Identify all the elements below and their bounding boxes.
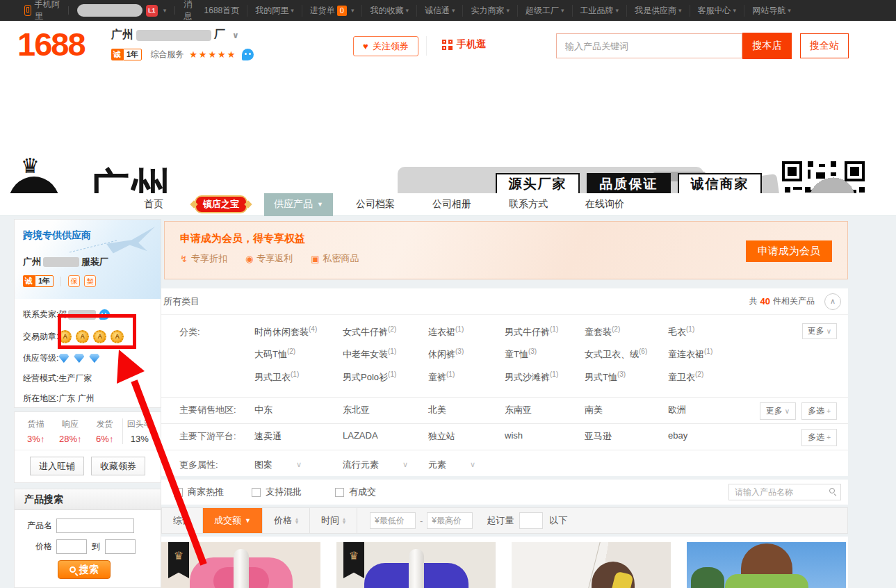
sort-comprehensive[interactable]: 综合 — [162, 508, 203, 533]
category-link[interactable]: 中老年女装(1) — [343, 348, 428, 361]
product-card[interactable] — [687, 542, 846, 588]
category-more-button[interactable]: 更多∨ — [802, 323, 837, 339]
attr-trend-dropdown[interactable]: 流行元素∨ — [343, 459, 428, 471]
check-mixed-batch[interactable]: 支持混批 — [252, 486, 302, 498]
nav-online-inquiry[interactable]: 在线询价 — [585, 198, 624, 211]
chevron-down-icon[interactable]: ▾ — [163, 7, 167, 14]
guarantee-shield-icon[interactable]: 保 — [68, 275, 80, 287]
product-card[interactable]: ♛ — [336, 542, 496, 588]
topbar-menu-chengxintong[interactable]: 诚信通 ▾ — [416, 5, 463, 17]
platform-link[interactable]: 速卖通 — [254, 430, 343, 443]
search-shop-button[interactable]: 搜本店 — [742, 33, 792, 59]
category-link[interactable]: 男式卫衣(1) — [254, 370, 343, 384]
collect-coupon-button[interactable]: 收藏领券 — [91, 457, 145, 475]
category-link[interactable]: 童T恤(3) — [505, 348, 585, 361]
sidebar-shop-name[interactable]: 广州 服装厂 — [23, 256, 152, 268]
category-link[interactable]: 女式牛仔裤(2) — [343, 325, 428, 338]
category-link[interactable]: 大码T恤(2) — [254, 348, 343, 361]
price-min-input[interactable] — [56, 539, 87, 554]
topbar-menu-cart[interactable]: 进货单 0 ▾ — [302, 5, 362, 17]
moq-input[interactable] — [519, 512, 543, 529]
nav-company-album[interactable]: 公司相册 — [432, 198, 471, 211]
product-card[interactable] — [512, 542, 671, 588]
search-site-button[interactable]: 搜全站 — [800, 33, 849, 58]
category-link[interactable]: 时尚休闲套装(4) — [254, 325, 343, 338]
topbar-home-link[interactable]: 1688首页 — [197, 5, 247, 17]
platform-link[interactable]: LAZADA — [343, 430, 428, 443]
category-link[interactable]: 男式T恤(3) — [585, 370, 668, 384]
chevron-down-icon[interactable]: ∨ — [232, 31, 239, 40]
nav-contact[interactable]: 联系方式 — [509, 198, 548, 211]
topbar-menu-my-ali[interactable]: 我的阿里 ▾ — [247, 5, 302, 17]
sort-price[interactable]: 价格 ▴▾ — [263, 508, 310, 533]
category-link[interactable]: 女式卫衣、绒(6) — [585, 348, 668, 361]
enter-shop-button[interactable]: 进入旺铺 — [30, 457, 84, 475]
apply-member-button[interactable]: 申请成为会员 — [746, 240, 832, 262]
platform-link[interactable]: 独立站 — [428, 430, 505, 443]
region-more-button[interactable]: 更多∨ — [760, 402, 796, 420]
category-link[interactable]: 男式沙滩裤(1) — [505, 370, 585, 384]
category-link[interactable]: 男式Polo衫(1) — [343, 370, 428, 384]
nav-products-active-tab[interactable]: 供应产品 ▼ — [264, 193, 333, 216]
price-max-input[interactable] — [105, 539, 136, 554]
attr-element-dropdown[interactable]: 元素∨ — [428, 459, 505, 471]
price-to-label: 到 — [92, 541, 100, 553]
topbar-menu-strength-merchant[interactable]: 实力商家 ▾ — [462, 5, 517, 17]
chevron-down-icon: ▾ — [405, 7, 409, 14]
category-label: 分类: — [161, 325, 254, 393]
category-link[interactable]: 童卫衣(2) — [668, 370, 848, 384]
topbar-menu-favorites[interactable]: 我的收藏 ▾ — [361, 5, 416, 17]
region-link[interactable]: 中东 — [254, 404, 343, 416]
all-categories-label[interactable]: 所有类目 — [163, 295, 199, 308]
category-link[interactable]: 童连衣裙(1) — [668, 348, 848, 361]
category-link[interactable]: 休闲裤(3) — [428, 348, 505, 361]
contract-doc-icon[interactable]: 契 — [84, 275, 96, 287]
product-card[interactable]: ♛ — [161, 542, 320, 588]
min-price-input[interactable] — [370, 512, 416, 529]
nav-home[interactable]: 首页 — [144, 198, 163, 211]
category-link[interactable]: 男式牛仔裤(1) — [505, 325, 585, 338]
category-link[interactable]: 童套装(2) — [585, 325, 668, 338]
topbar-menu-sitemap[interactable]: 网站导航 ▾ — [744, 5, 799, 17]
checkbox[interactable] — [252, 488, 261, 497]
region-link[interactable]: 东北亚 — [343, 404, 428, 416]
product-name-input[interactable] — [56, 518, 134, 533]
platform-multiselect-button[interactable]: 多选+ — [801, 429, 837, 446]
platform-link[interactable]: wish — [505, 430, 585, 443]
nav-company-profile[interactable]: 公司档案 — [356, 198, 395, 211]
messages-link[interactable]: 消息 — [184, 0, 196, 22]
platform-link[interactable]: 亚马逊 — [585, 430, 668, 443]
store-search-input[interactable] — [556, 33, 742, 58]
follow-coupon-button[interactable]: ♥ 关注领券 — [353, 36, 418, 56]
attr-pattern-dropdown[interactable]: 图案∨ — [254, 459, 343, 471]
shop-name[interactable]: 广州 厂 ∨ — [111, 28, 254, 42]
wangwang-chat-icon[interactable] — [242, 49, 254, 60]
mobile-visit-link[interactable]: 手机逛 — [442, 38, 486, 51]
region-multiselect-button[interactable]: 多选+ — [801, 402, 837, 420]
topbar-menu-super-factory[interactable]: 超级工厂 ▾ — [517, 5, 572, 17]
topbar-menu-industrial-brand[interactable]: 工业品牌 ▾ — [572, 5, 627, 17]
checkbox[interactable] — [174, 488, 183, 497]
chevron-down-icon: ▾ — [351, 7, 355, 14]
check-has-deals[interactable]: 有成交 — [335, 486, 376, 498]
sort-volume-active[interactable]: 成交额 ▼ — [203, 508, 263, 533]
region-link[interactable]: 南美 — [585, 404, 668, 416]
magnifier-icon[interactable] — [829, 488, 835, 493]
checkbox[interactable] — [335, 488, 344, 497]
product-filter-search-input[interactable] — [728, 484, 841, 500]
store-nav: 首页 镇店之宝 供应产品 ▼ 公司档案 公司相册 联系方式 在线询价 — [0, 193, 896, 216]
topbar-menu-supplier[interactable]: 我是供应商 ▾ — [626, 5, 690, 17]
region-link[interactable]: 北美 — [428, 404, 505, 416]
sidebar-search-button[interactable]: 搜索 — [58, 560, 111, 579]
logo-1688[interactable]: 1688 — [17, 25, 85, 63]
category-link[interactable]: 连衣裙(1) — [428, 325, 505, 338]
max-price-input[interactable] — [427, 512, 473, 529]
sort-time[interactable]: 时间 ▴▾ — [310, 508, 357, 533]
topbar-menu-service[interactable]: 客服中心 ▾ — [690, 5, 744, 17]
nav-store-treasure[interactable]: 镇店之宝 — [195, 195, 247, 213]
collapse-panel-button[interactable]: ∧ — [824, 293, 841, 310]
check-merchant-hot[interactable]: 商家热推 — [174, 486, 224, 498]
mobile-ali-link[interactable]: 手机阿里 — [35, 0, 60, 22]
category-link[interactable]: 童裤(1) — [428, 370, 505, 384]
region-link[interactable]: 东南亚 — [505, 404, 585, 416]
